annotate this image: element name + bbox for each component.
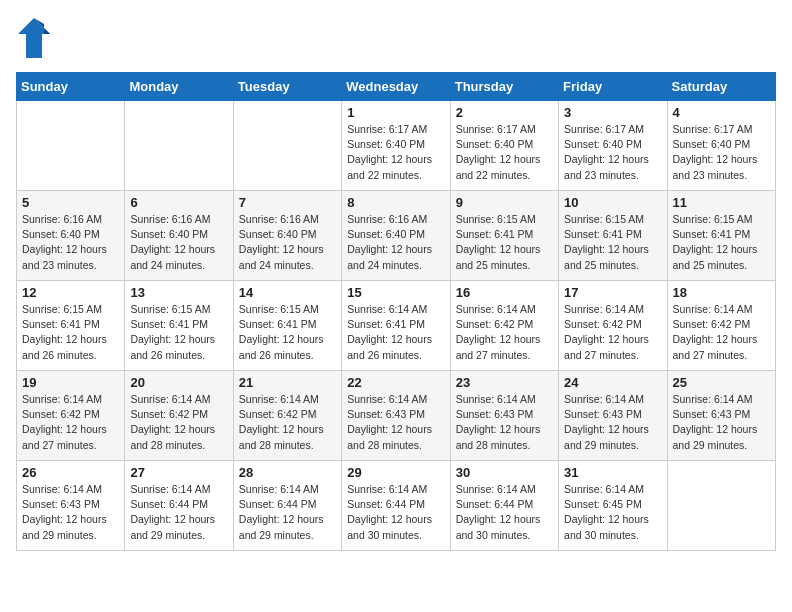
- calendar-cell: 29Sunrise: 6:14 AMSunset: 6:44 PMDayligh…: [342, 461, 450, 551]
- day-number: 1: [347, 105, 444, 120]
- calendar-week-5: 26Sunrise: 6:14 AMSunset: 6:43 PMDayligh…: [17, 461, 776, 551]
- day-info: Sunrise: 6:16 AMSunset: 6:40 PMDaylight:…: [347, 212, 444, 273]
- calendar-cell: 20Sunrise: 6:14 AMSunset: 6:42 PMDayligh…: [125, 371, 233, 461]
- day-number: 12: [22, 285, 119, 300]
- calendar-cell: 17Sunrise: 6:14 AMSunset: 6:42 PMDayligh…: [559, 281, 667, 371]
- day-info: Sunrise: 6:17 AMSunset: 6:40 PMDaylight:…: [673, 122, 770, 183]
- calendar-week-1: 1Sunrise: 6:17 AMSunset: 6:40 PMDaylight…: [17, 101, 776, 191]
- day-info: Sunrise: 6:14 AMSunset: 6:42 PMDaylight:…: [22, 392, 119, 453]
- day-number: 2: [456, 105, 553, 120]
- calendar-cell: 30Sunrise: 6:14 AMSunset: 6:44 PMDayligh…: [450, 461, 558, 551]
- day-info: Sunrise: 6:16 AMSunset: 6:40 PMDaylight:…: [22, 212, 119, 273]
- calendar-week-3: 12Sunrise: 6:15 AMSunset: 6:41 PMDayligh…: [17, 281, 776, 371]
- calendar-cell: 1Sunrise: 6:17 AMSunset: 6:40 PMDaylight…: [342, 101, 450, 191]
- day-info: Sunrise: 6:15 AMSunset: 6:41 PMDaylight:…: [456, 212, 553, 273]
- day-header-monday: Monday: [125, 73, 233, 101]
- calendar-cell: 23Sunrise: 6:14 AMSunset: 6:43 PMDayligh…: [450, 371, 558, 461]
- day-info: Sunrise: 6:15 AMSunset: 6:41 PMDaylight:…: [130, 302, 227, 363]
- calendar-cell: 10Sunrise: 6:15 AMSunset: 6:41 PMDayligh…: [559, 191, 667, 281]
- day-info: Sunrise: 6:14 AMSunset: 6:43 PMDaylight:…: [456, 392, 553, 453]
- day-number: 11: [673, 195, 770, 210]
- day-number: 6: [130, 195, 227, 210]
- day-number: 29: [347, 465, 444, 480]
- day-info: Sunrise: 6:14 AMSunset: 6:43 PMDaylight:…: [564, 392, 661, 453]
- day-number: 19: [22, 375, 119, 390]
- day-info: Sunrise: 6:14 AMSunset: 6:42 PMDaylight:…: [130, 392, 227, 453]
- day-header-saturday: Saturday: [667, 73, 775, 101]
- calendar-cell: 21Sunrise: 6:14 AMSunset: 6:42 PMDayligh…: [233, 371, 341, 461]
- day-info: Sunrise: 6:14 AMSunset: 6:42 PMDaylight:…: [239, 392, 336, 453]
- day-number: 4: [673, 105, 770, 120]
- day-info: Sunrise: 6:15 AMSunset: 6:41 PMDaylight:…: [239, 302, 336, 363]
- day-info: Sunrise: 6:16 AMSunset: 6:40 PMDaylight:…: [239, 212, 336, 273]
- calendar-body: 1Sunrise: 6:17 AMSunset: 6:40 PMDaylight…: [17, 101, 776, 551]
- day-number: 20: [130, 375, 227, 390]
- calendar-cell: 31Sunrise: 6:14 AMSunset: 6:45 PMDayligh…: [559, 461, 667, 551]
- day-info: Sunrise: 6:17 AMSunset: 6:40 PMDaylight:…: [456, 122, 553, 183]
- day-header-friday: Friday: [559, 73, 667, 101]
- day-info: Sunrise: 6:15 AMSunset: 6:41 PMDaylight:…: [22, 302, 119, 363]
- day-info: Sunrise: 6:14 AMSunset: 6:43 PMDaylight:…: [673, 392, 770, 453]
- calendar-table: SundayMondayTuesdayWednesdayThursdayFrid…: [16, 72, 776, 551]
- calendar-cell: 19Sunrise: 6:14 AMSunset: 6:42 PMDayligh…: [17, 371, 125, 461]
- day-number: 8: [347, 195, 444, 210]
- calendar-header: SundayMondayTuesdayWednesdayThursdayFrid…: [17, 73, 776, 101]
- day-header-thursday: Thursday: [450, 73, 558, 101]
- day-number: 9: [456, 195, 553, 210]
- calendar-cell: [667, 461, 775, 551]
- day-header-wednesday: Wednesday: [342, 73, 450, 101]
- day-number: 13: [130, 285, 227, 300]
- day-number: 10: [564, 195, 661, 210]
- days-of-week-row: SundayMondayTuesdayWednesdayThursdayFrid…: [17, 73, 776, 101]
- day-header-tuesday: Tuesday: [233, 73, 341, 101]
- day-number: 21: [239, 375, 336, 390]
- calendar-cell: [17, 101, 125, 191]
- day-number: 23: [456, 375, 553, 390]
- calendar-cell: 27Sunrise: 6:14 AMSunset: 6:44 PMDayligh…: [125, 461, 233, 551]
- day-number: 3: [564, 105, 661, 120]
- day-number: 7: [239, 195, 336, 210]
- calendar-week-2: 5Sunrise: 6:16 AMSunset: 6:40 PMDaylight…: [17, 191, 776, 281]
- day-info: Sunrise: 6:14 AMSunset: 6:43 PMDaylight:…: [347, 392, 444, 453]
- calendar-cell: 14Sunrise: 6:15 AMSunset: 6:41 PMDayligh…: [233, 281, 341, 371]
- calendar-cell: 12Sunrise: 6:15 AMSunset: 6:41 PMDayligh…: [17, 281, 125, 371]
- calendar-cell: 5Sunrise: 6:16 AMSunset: 6:40 PMDaylight…: [17, 191, 125, 281]
- calendar-cell: 26Sunrise: 6:14 AMSunset: 6:43 PMDayligh…: [17, 461, 125, 551]
- day-number: 27: [130, 465, 227, 480]
- day-info: Sunrise: 6:14 AMSunset: 6:44 PMDaylight:…: [239, 482, 336, 543]
- day-header-sunday: Sunday: [17, 73, 125, 101]
- calendar-cell: 28Sunrise: 6:14 AMSunset: 6:44 PMDayligh…: [233, 461, 341, 551]
- day-info: Sunrise: 6:14 AMSunset: 6:42 PMDaylight:…: [673, 302, 770, 363]
- logo: [16, 16, 56, 60]
- calendar-cell: 9Sunrise: 6:15 AMSunset: 6:41 PMDaylight…: [450, 191, 558, 281]
- day-info: Sunrise: 6:14 AMSunset: 6:44 PMDaylight:…: [130, 482, 227, 543]
- day-info: Sunrise: 6:14 AMSunset: 6:43 PMDaylight:…: [22, 482, 119, 543]
- calendar-cell: 24Sunrise: 6:14 AMSunset: 6:43 PMDayligh…: [559, 371, 667, 461]
- calendar-cell: 16Sunrise: 6:14 AMSunset: 6:42 PMDayligh…: [450, 281, 558, 371]
- day-number: 28: [239, 465, 336, 480]
- svg-marker-0: [18, 18, 50, 58]
- calendar-cell: 25Sunrise: 6:14 AMSunset: 6:43 PMDayligh…: [667, 371, 775, 461]
- day-number: 5: [22, 195, 119, 210]
- calendar-cell: 8Sunrise: 6:16 AMSunset: 6:40 PMDaylight…: [342, 191, 450, 281]
- calendar-cell: 11Sunrise: 6:15 AMSunset: 6:41 PMDayligh…: [667, 191, 775, 281]
- day-info: Sunrise: 6:17 AMSunset: 6:40 PMDaylight:…: [564, 122, 661, 183]
- day-info: Sunrise: 6:14 AMSunset: 6:45 PMDaylight:…: [564, 482, 661, 543]
- logo-icon: [16, 16, 52, 60]
- day-info: Sunrise: 6:14 AMSunset: 6:41 PMDaylight:…: [347, 302, 444, 363]
- day-info: Sunrise: 6:15 AMSunset: 6:41 PMDaylight:…: [673, 212, 770, 273]
- day-number: 15: [347, 285, 444, 300]
- day-number: 25: [673, 375, 770, 390]
- day-info: Sunrise: 6:17 AMSunset: 6:40 PMDaylight:…: [347, 122, 444, 183]
- day-number: 24: [564, 375, 661, 390]
- day-number: 18: [673, 285, 770, 300]
- day-number: 22: [347, 375, 444, 390]
- day-info: Sunrise: 6:15 AMSunset: 6:41 PMDaylight:…: [564, 212, 661, 273]
- calendar-cell: 3Sunrise: 6:17 AMSunset: 6:40 PMDaylight…: [559, 101, 667, 191]
- calendar-week-4: 19Sunrise: 6:14 AMSunset: 6:42 PMDayligh…: [17, 371, 776, 461]
- calendar-cell: [125, 101, 233, 191]
- day-info: Sunrise: 6:16 AMSunset: 6:40 PMDaylight:…: [130, 212, 227, 273]
- day-number: 31: [564, 465, 661, 480]
- day-info: Sunrise: 6:14 AMSunset: 6:44 PMDaylight:…: [347, 482, 444, 543]
- day-number: 30: [456, 465, 553, 480]
